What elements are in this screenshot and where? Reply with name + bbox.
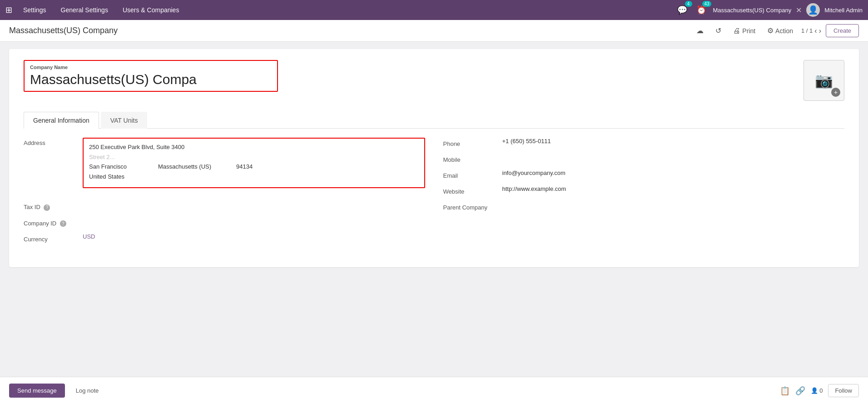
follower-count: 👤 0 xyxy=(811,387,823,394)
chat-icon: 💬 xyxy=(677,5,687,15)
page-title: Massachusetts(US) Company xyxy=(9,26,687,35)
address-city-input[interactable] xyxy=(89,163,153,170)
mobile-input[interactable] xyxy=(502,154,845,160)
phone-row: Phone xyxy=(443,138,845,147)
company-name-field: Company Name xyxy=(24,60,278,92)
address-country-input[interactable] xyxy=(89,173,419,180)
refresh-icon: ↺ xyxy=(715,26,721,35)
company-name-label: Company Name xyxy=(30,65,272,70)
prev-button[interactable]: ‹ xyxy=(814,27,817,35)
chatter-icon[interactable]: 📋 xyxy=(780,386,790,396)
gear-icon: ⚙ xyxy=(767,26,774,35)
chat-icon-btn[interactable]: 💬 4 xyxy=(675,3,689,17)
user-name-nav[interactable]: Mitchell Admin xyxy=(824,7,863,14)
user-avatar[interactable]: 👤 xyxy=(806,3,820,17)
nav-settings[interactable]: Settings xyxy=(20,5,50,15)
parent-company-input[interactable] xyxy=(502,201,845,208)
close-icon[interactable]: ✕ xyxy=(796,6,802,15)
create-button[interactable]: Create xyxy=(826,24,859,37)
companyid-help-icon[interactable]: ? xyxy=(60,220,66,227)
refresh-button[interactable]: ↺ xyxy=(712,25,725,37)
company-name-nav: Massachusetts(US) Company xyxy=(713,7,792,14)
currency-label: Currency xyxy=(24,233,83,243)
address-zip-input[interactable] xyxy=(236,163,263,170)
website-row: Website xyxy=(443,185,845,195)
add-photo-icon: + xyxy=(831,88,840,97)
taxid-input[interactable] xyxy=(83,201,425,208)
breadcrumb-bar: Massachusetts(US) Company ☁ ↺ 🖨 Print ⚙ … xyxy=(0,20,868,42)
companyid-row: Company ID ? xyxy=(24,217,425,227)
taxid-help-icon[interactable]: ? xyxy=(44,204,50,211)
chat-badge: 4 xyxy=(685,1,692,7)
taxid-label: Tax ID ? xyxy=(24,201,83,211)
cloud-save-button[interactable]: ☁ xyxy=(693,25,707,37)
mobile-label: Mobile xyxy=(443,154,502,163)
tab-vat-units[interactable]: VAT Units xyxy=(101,112,148,129)
parent-company-row: Parent Company xyxy=(443,201,845,211)
print-icon: 🖨 xyxy=(733,27,740,35)
pagination-text: 1 / 1 xyxy=(801,27,813,34)
currency-row: Currency USD xyxy=(24,233,425,243)
action-button[interactable]: ⚙ Action xyxy=(764,25,797,37)
action-label: Action xyxy=(775,27,793,35)
email-label: Email xyxy=(443,170,502,179)
address-label: Address xyxy=(24,138,83,146)
address-state-input[interactable] xyxy=(158,163,231,170)
company-name-input[interactable] xyxy=(30,72,272,87)
camera-icon: 📷 xyxy=(815,72,833,89)
email-row: Email xyxy=(443,170,845,179)
activity-icon-btn[interactable]: ⏰ 43 xyxy=(694,3,709,17)
address-row: Address xyxy=(24,138,425,195)
attachment-icon[interactable]: 🔗 xyxy=(795,386,805,396)
activity-badge: 43 xyxy=(702,1,711,7)
taxid-row: Tax ID ? xyxy=(24,201,425,211)
photo-upload-button[interactable]: 📷 + xyxy=(804,60,844,101)
top-navigation: ⊞ Settings General Settings Users & Comp… xyxy=(0,0,868,20)
currency-value[interactable]: USD xyxy=(83,233,425,240)
user-icon: 👤 xyxy=(811,387,818,394)
phone-label: Phone xyxy=(443,138,502,147)
main-content: Company Name 📷 + General Information VAT… xyxy=(0,42,868,377)
address-line2-input[interactable] xyxy=(89,154,419,160)
address-line1-input[interactable] xyxy=(89,144,419,150)
website-input[interactable] xyxy=(502,185,845,192)
company-name-section: Company Name 📷 + xyxy=(24,60,844,101)
next-button[interactable]: › xyxy=(819,27,821,35)
print-button[interactable]: 🖨 Print xyxy=(729,25,759,37)
email-input[interactable] xyxy=(502,170,845,176)
app-grid-icon[interactable]: ⊞ xyxy=(5,5,12,15)
pagination: 1 / 1 ‹ › xyxy=(801,27,821,35)
send-message-button[interactable]: Send message xyxy=(9,384,65,398)
tabs: General Information VAT Units xyxy=(24,112,844,129)
nav-general-settings[interactable]: General Settings xyxy=(57,5,112,15)
form-card: Company Name 📷 + General Information VAT… xyxy=(9,49,859,267)
follow-button[interactable]: Follow xyxy=(828,384,859,397)
bottom-bar: Send message Log note 📋 🔗 👤 0 Follow xyxy=(0,377,868,404)
companyid-label: Company ID ? xyxy=(24,217,83,227)
form-left: Address xyxy=(24,138,425,249)
tab-general-information[interactable]: General Information xyxy=(24,112,99,129)
cloud-icon: ☁ xyxy=(696,26,704,35)
mobile-row: Mobile xyxy=(443,154,845,163)
nav-users-companies[interactable]: Users & Companies xyxy=(119,5,183,15)
print-label: Print xyxy=(742,27,755,35)
address-field xyxy=(83,138,425,188)
website-label: Website xyxy=(443,185,502,195)
companyid-input[interactable] xyxy=(83,217,425,224)
phone-input[interactable] xyxy=(502,138,845,145)
parent-company-label: Parent Company xyxy=(443,201,502,211)
form-grid: Address xyxy=(24,138,844,249)
form-right: Phone Mobile Email xyxy=(443,138,845,249)
log-note-button[interactable]: Log note xyxy=(70,384,104,398)
